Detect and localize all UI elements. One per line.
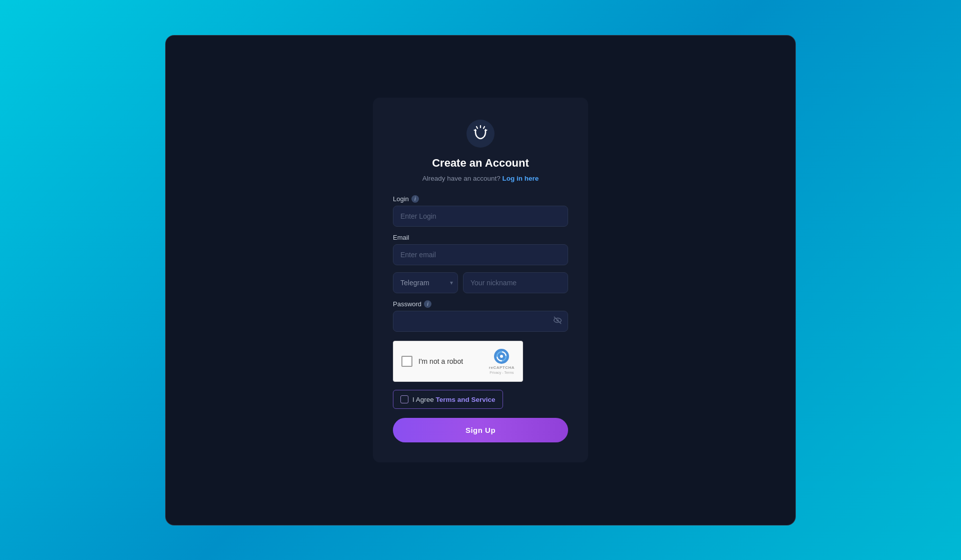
terms-row[interactable]: I Agree Terms and Service — [393, 390, 503, 409]
eye-off-icon[interactable] — [553, 316, 562, 327]
telegram-select[interactable]: Telegram Discord WhatsApp — [393, 272, 458, 293]
captcha-container: I'm not a robot reCAPTCHA — [393, 341, 568, 382]
terms-checkbox[interactable] — [400, 395, 408, 403]
login-prompt: Already have an account? Log in here — [422, 175, 539, 182]
captcha-label: I'm not a robot — [418, 357, 463, 365]
svg-point-8 — [500, 355, 503, 358]
recaptcha-brand: reCAPTCHA — [489, 365, 515, 370]
password-wrapper — [393, 311, 568, 332]
captcha-box[interactable]: I'm not a robot reCAPTCHA — [393, 341, 523, 382]
signup-form: Login i Email Telegram Discord WhatsApp … — [393, 195, 568, 442]
captcha-checkbox[interactable] — [401, 356, 412, 367]
email-input[interactable] — [393, 244, 568, 265]
telegram-row: Telegram Discord WhatsApp ▾ — [393, 272, 568, 293]
page-title: Create an Account — [432, 157, 529, 170]
login-input[interactable] — [393, 206, 568, 227]
recaptcha-logo-icon — [494, 348, 510, 364]
signup-card: Create an Account Already have an accoun… — [373, 98, 588, 462]
password-input[interactable] — [393, 311, 568, 332]
captcha-left: I'm not a robot — [401, 356, 463, 367]
login-link[interactable]: Log in here — [503, 175, 539, 182]
app-logo — [466, 120, 495, 148]
password-label: Password i — [393, 300, 568, 308]
login-info-icon[interactable]: i — [411, 195, 419, 203]
svg-line-5 — [485, 130, 487, 131]
svg-line-4 — [474, 130, 476, 131]
telegram-select-wrapper: Telegram Discord WhatsApp ▾ — [393, 272, 458, 293]
password-info-icon[interactable]: i — [424, 300, 431, 308]
login-label: Login i — [393, 195, 568, 203]
terms-link[interactable]: Terms and Service — [436, 396, 496, 403]
email-label: Email — [393, 234, 568, 241]
captcha-right: reCAPTCHA Privacy - Terms — [489, 348, 515, 374]
recaptcha-privacy: Privacy - Terms — [490, 371, 514, 374]
signup-button[interactable]: Sign Up — [393, 418, 568, 442]
svg-point-0 — [466, 120, 495, 148]
terms-text: I Agree Terms and Service — [412, 396, 496, 403]
nickname-input[interactable] — [463, 272, 568, 293]
subtitle-text: Already have an account? — [422, 175, 501, 182]
screen-frame: Create an Account Already have an accoun… — [165, 35, 796, 525]
